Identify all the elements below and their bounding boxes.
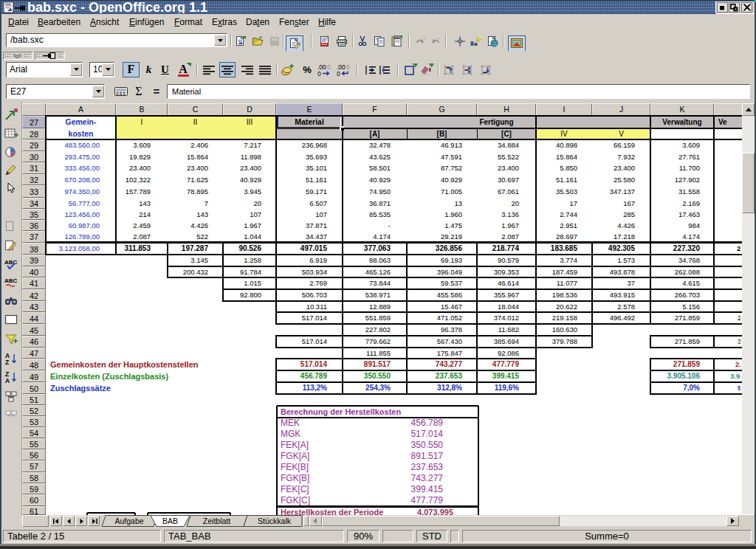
svg-text:0: 0 bbox=[337, 70, 340, 77]
svg-text:Z: Z bbox=[5, 359, 9, 365]
svg-text:ABC: ABC bbox=[4, 259, 18, 266]
svg-text:0: 0 bbox=[317, 70, 321, 77]
svg-text:0: 0 bbox=[346, 63, 350, 71]
svg-text:A: A bbox=[5, 377, 10, 384]
svg-text:ABC: ABC bbox=[4, 277, 18, 284]
svg-text:0: 0 bbox=[327, 63, 331, 71]
